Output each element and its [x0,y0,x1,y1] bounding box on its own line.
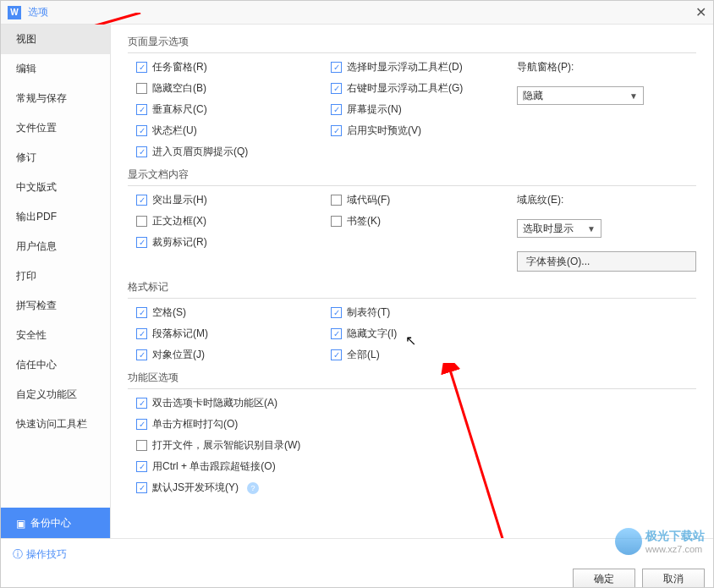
checkbox-icon [136,440,147,451]
checkbox-item[interactable]: ✓右键时显示浮动工具栏(G) [322,81,517,96]
ok-button[interactable]: 确定 [573,569,635,588]
checkbox-icon: ✓ [331,307,342,318]
checkbox-item[interactable]: 正文边框(X) [128,214,322,228]
checkbox-label: 正文边框(X) [152,214,206,228]
group-title: 显示文档内容 [128,168,696,186]
checkbox-icon: ✓ [136,125,147,136]
checkbox-item[interactable]: ✓默认JS开发环境(Y)? [128,481,696,495]
checkbox-icon [331,195,342,206]
checkbox-label: 裁剪标记(R) [152,235,207,250]
checkbox-item[interactable]: ✓段落标记(M) [128,327,322,341]
group-title: 格式标记 [128,280,696,299]
font-substitute-button[interactable]: 字体替换(O)... [517,251,696,272]
nav-pane-select[interactable]: 隐藏 ▼ [517,86,644,105]
group-title: 页面显示选项 [128,35,696,53]
checkbox-icon: ✓ [136,349,147,360]
sidebar-item-print[interactable]: 打印 [1,261,110,291]
checkbox-item[interactable]: ✓双击选项卡时隐藏功能区(A) [128,396,696,410]
sidebar-item-revision[interactable]: 修订 [1,143,110,173]
checkbox-item[interactable]: ✓屏幕提示(N) [322,102,517,117]
sidebar-item-trust-center[interactable]: 信任中心 [1,350,110,380]
checkbox-label: 启用实时预览(V) [347,124,421,138]
checkbox-label: 突出显示(H) [152,193,207,207]
sidebar-item-quick-access[interactable]: 快速访问工具栏 [1,409,110,439]
main-area: 视图 编辑 常规与保存 文件位置 修订 中文版式 输出PDF 用户信息 打印 拼… [1,25,713,539]
checkbox-item[interactable]: ✓隐藏文字(I) [322,327,517,341]
checkbox-item[interactable]: ✓启用实时预览(V) [322,124,517,138]
tips-label: 操作技巧 [26,547,67,562]
checkbox-item[interactable]: ✓裁剪标记(R) [128,235,322,250]
nav-pane-label: 导航窗格(P): [517,60,696,74]
group-ribbon-options: 功能区选项 ✓双击选项卡时隐藏功能区(A)✓单击方框时打勾(O)打开文件，展示智… [128,371,696,495]
sidebar-item-edit[interactable]: 编辑 [1,54,110,84]
checkbox-item[interactable]: ✓状态栏(U) [128,124,322,138]
sidebar-item-security[interactable]: 安全性 [1,321,110,350]
titlebar: W 选项 ✕ [1,1,713,25]
sidebar-item-general-save[interactable]: 常规与保存 [1,84,110,113]
checkbox-item[interactable]: ✓突出显示(H) [128,193,322,207]
tips-link[interactable]: ⓘ 操作技巧 [9,544,705,569]
checkbox-item[interactable]: 打开文件，展示智能识别目录(W) [128,438,696,453]
checkbox-icon: ✓ [136,195,147,206]
group-title: 功能区选项 [128,371,696,389]
sidebar-item-spell-check[interactable]: 拼写检查 [1,291,110,321]
chevron-down-icon: ▼ [629,91,638,101]
checkbox-item[interactable]: 域代码(F) [322,193,517,207]
checkbox-icon: ✓ [136,62,147,73]
checkbox-item[interactable]: ✓垂直标尺(C) [128,102,322,117]
backup-center-button[interactable]: ▣ 备份中心 [1,508,110,539]
tips-icon: ⓘ [13,547,23,562]
nav-pane-value: 隐藏 [523,89,543,103]
checkbox-icon: ✓ [331,125,342,136]
checkbox-item[interactable]: ✓任务窗格(R) [128,60,322,74]
checkbox-icon: ✓ [331,349,342,360]
checkbox-item[interactable]: ✓单击方框时打勾(O) [128,417,696,431]
checkbox-icon: ✓ [136,146,147,157]
group-format-marks: 格式标记 ✓空格(S)✓段落标记(M)✓对象位置(J) ✓制表符(T)✓隐藏文字… [128,280,696,362]
checkbox-icon: ✓ [136,419,147,430]
checkbox-label: 域代码(F) [347,193,390,207]
checkbox-label: 默认JS开发环境(Y) [152,481,239,495]
checkbox-icon: ✓ [136,482,147,493]
sidebar-item-view[interactable]: 视图 [1,25,110,54]
checkbox-label: 右键时显示浮动工具栏(G) [347,81,463,96]
checkbox-label: 垂直标尺(C) [152,102,207,117]
checkbox-label: 段落标记(M) [152,327,208,341]
group-page-display: 页面显示选项 ✓任务窗格(R)隐藏空白(B)✓垂直标尺(C)✓状态栏(U)✓进入… [128,35,696,159]
backup-icon: ▣ [16,518,25,530]
checkbox-item[interactable]: 书签(K) [322,214,517,228]
field-shading-label: 域底纹(E): [517,193,696,207]
checkbox-item[interactable]: 隐藏空白(B) [128,81,322,96]
checkbox-item[interactable]: ✓选择时显示浮动工具栏(D) [322,60,517,74]
checkbox-label: 书签(K) [347,214,381,228]
sidebar-item-chinese-layout[interactable]: 中文版式 [1,173,110,202]
group-doc-content: 显示文档内容 ✓突出显示(H)正文边框(X)✓裁剪标记(R) 域代码(F)书签(… [128,168,696,272]
checkbox-item[interactable]: ✓进入页眉页脚提示(Q) [128,145,322,159]
footer: ⓘ 操作技巧 确定 取消 [1,538,713,587]
checkbox-item[interactable]: ✓制表符(T) [322,305,517,320]
checkbox-label: 单击方框时打勾(O) [152,417,238,431]
checkbox-icon: ✓ [136,237,147,248]
help-icon[interactable]: ? [247,482,259,494]
sidebar-item-file-location[interactable]: 文件位置 [1,113,110,143]
sidebar-item-output-pdf[interactable]: 输出PDF [1,202,110,232]
checkbox-icon: ✓ [331,62,342,73]
checkbox-icon: ✓ [331,83,342,94]
field-shading-select[interactable]: 选取时显示 ▼ [517,219,601,238]
checkbox-item[interactable]: ✓用Ctrl + 单击跟踪超链接(O) [128,459,696,474]
sidebar-item-custom-ribbon[interactable]: 自定义功能区 [1,380,110,409]
cancel-button[interactable]: 取消 [642,569,705,588]
sidebar-item-user-info[interactable]: 用户信息 [1,232,110,261]
checkbox-icon: ✓ [136,461,147,472]
checkbox-icon: ✓ [136,398,147,409]
checkbox-item[interactable]: ✓对象位置(J) [128,348,322,362]
backup-label: 备份中心 [30,516,71,530]
window-title: 选项 [28,5,48,19]
close-icon[interactable]: ✕ [695,4,706,20]
field-shading-value: 选取时显示 [523,222,574,236]
checkbox-icon: ✓ [331,104,342,115]
checkbox-item[interactable]: ✓全部(L) [322,348,517,362]
app-icon: W [8,6,21,19]
checkbox-icon: ✓ [136,104,147,115]
checkbox-item[interactable]: ✓空格(S) [128,305,322,320]
